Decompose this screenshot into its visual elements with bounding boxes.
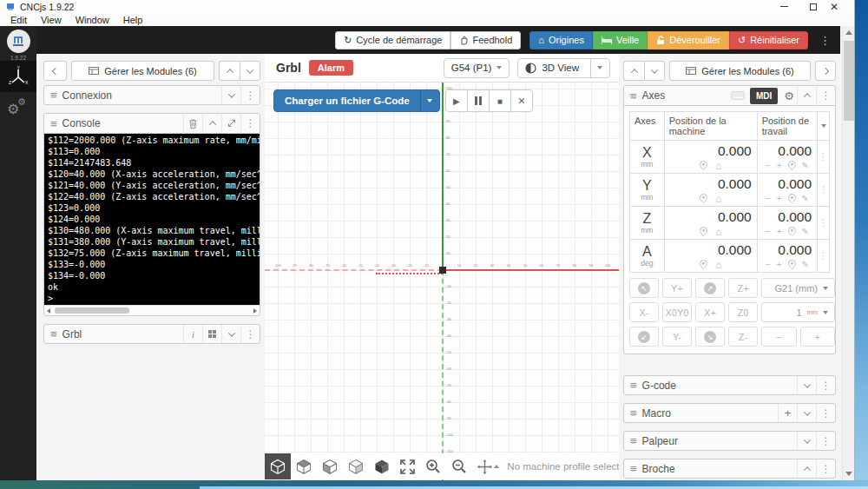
drag-handle-icon[interactable]: ≡ bbox=[50, 89, 57, 102]
sleep-button[interactable]: Veille bbox=[593, 31, 648, 50]
pin-icon[interactable] bbox=[700, 194, 707, 203]
menu-help[interactable]: Help bbox=[116, 15, 150, 25]
connection-menu-button[interactable]: ⋮ bbox=[240, 86, 260, 104]
workspace-dropdown[interactable]: G54 (P1) bbox=[444, 58, 510, 78]
edit-icon[interactable]: ✎ bbox=[802, 227, 809, 236]
home-icon[interactable]: ⌂ bbox=[716, 195, 722, 203]
app-vscrollbar[interactable] bbox=[842, 26, 854, 480]
spindle-menu-button[interactable]: ⋮ bbox=[816, 459, 835, 478]
probe-widget-header[interactable]: ≡ Palpeur ⋮ bbox=[623, 431, 836, 451]
pan-mode-dropdown[interactable] bbox=[472, 459, 503, 474]
drag-handle-icon[interactable]: ≡ bbox=[630, 406, 637, 420]
jog-z-plus-button[interactable]: Z+ bbox=[728, 278, 758, 298]
pause-button[interactable] bbox=[467, 89, 490, 112]
rail-workspace-button[interactable]: Y Z X bbox=[0, 61, 36, 92]
grbl-widget-header[interactable]: ≡ Grbl i ⋮ bbox=[43, 324, 260, 344]
console-fullscreen-button[interactable] bbox=[221, 114, 240, 133]
toolbar-menu-button[interactable]: ⋮ bbox=[817, 34, 833, 47]
drag-handle-icon[interactable]: ≡ bbox=[630, 89, 637, 102]
manage-modules-button-left[interactable]: Gérer les Modules (6) bbox=[71, 61, 214, 81]
pin-icon[interactable] bbox=[788, 194, 796, 203]
jog-x-minus-button[interactable]: X- bbox=[629, 302, 659, 322]
connection-collapse-button[interactable] bbox=[221, 86, 240, 104]
gcode-collapse-button[interactable] bbox=[797, 376, 816, 394]
menu-edit[interactable]: Edit bbox=[3, 15, 34, 25]
scroll-up-button[interactable] bbox=[843, 26, 855, 39]
minus-icon[interactable]: − bbox=[766, 260, 771, 269]
gcode-menu-button[interactable]: ⋮ bbox=[816, 376, 835, 394]
console-hscrollbar[interactable] bbox=[44, 305, 260, 315]
probe-menu-button[interactable]: ⋮ bbox=[816, 432, 835, 450]
axis-row-menu[interactable]: ⋮ bbox=[818, 141, 829, 173]
drag-handle-icon[interactable]: ≡ bbox=[50, 327, 57, 340]
minus-icon[interactable]: − bbox=[766, 194, 771, 203]
pin-icon[interactable] bbox=[788, 227, 796, 236]
spindle-widget-header[interactable]: ≡ Broche ⋮ bbox=[623, 459, 836, 479]
pin-icon[interactable] bbox=[700, 260, 707, 269]
reset-button[interactable]: ↺ Réinitialiser bbox=[729, 31, 808, 50]
axes-collapse-button[interactable] bbox=[797, 86, 816, 105]
pin-icon[interactable] bbox=[788, 161, 796, 170]
axis-row-menu[interactable]: ⋮ bbox=[818, 207, 829, 239]
move-widget-down-button[interactable] bbox=[240, 61, 260, 81]
axes-widget-header[interactable]: ≡ Axes MDI ⚙ ⋮ bbox=[624, 86, 835, 106]
view-mode-caret[interactable] bbox=[590, 59, 602, 77]
close-button[interactable]: ✕ bbox=[823, 0, 845, 13]
axes-menu-button[interactable]: ⋮ bbox=[816, 86, 835, 105]
console-widget-header[interactable]: ≡ Console ⋮ bbox=[44, 114, 260, 134]
jog-xy-zero-button[interactable]: X0Y0 bbox=[662, 302, 692, 322]
connection-widget-header[interactable]: ≡ Connexion ⋮ bbox=[43, 85, 260, 105]
keypad-icon[interactable] bbox=[731, 91, 745, 100]
home-icon[interactable]: ⌂ bbox=[716, 162, 722, 170]
minus-icon[interactable]: − bbox=[766, 227, 771, 236]
maximize-button[interactable] bbox=[802, 0, 825, 13]
jog-z-zero-button[interactable]: Z0 bbox=[728, 302, 758, 322]
console-collapse-button[interactable] bbox=[202, 114, 221, 133]
axis-row-menu[interactable]: ⋮ bbox=[818, 240, 829, 272]
scroll-down-button[interactable] bbox=[843, 467, 855, 480]
plus-icon[interactable]: + bbox=[777, 161, 782, 170]
manage-modules-button-right[interactable]: Gérer les Modules (6) bbox=[669, 61, 811, 81]
home-icon[interactable]: ⌂ bbox=[716, 261, 722, 269]
macro-widget-header[interactable]: ≡ Macro + ⋮ bbox=[623, 403, 836, 423]
hscroll-thumb[interactable] bbox=[55, 307, 129, 314]
axis-row-menu[interactable]: ⋮ bbox=[818, 174, 829, 206]
jog-xy-nw-button[interactable]: ↖ bbox=[629, 278, 659, 298]
drag-handle-icon[interactable]: ≡ bbox=[630, 462, 637, 475]
menu-view[interactable]: View bbox=[34, 15, 69, 25]
jog-y-minus-button[interactable]: Y- bbox=[662, 327, 692, 347]
view-isometric-button[interactable] bbox=[265, 453, 291, 479]
controller-state-badge[interactable]: Alarm bbox=[309, 60, 353, 76]
drag-handle-icon[interactable]: ≡ bbox=[630, 379, 637, 392]
grbl-menu-button[interactable]: ⋮ bbox=[240, 325, 260, 343]
view-front-button[interactable] bbox=[317, 453, 343, 479]
console-menu-button[interactable]: ⋮ bbox=[240, 114, 260, 133]
zoom-in-button[interactable] bbox=[420, 453, 446, 479]
zoom-out-button[interactable] bbox=[446, 453, 472, 479]
grbl-info-button[interactable]: i bbox=[183, 325, 202, 343]
run-button[interactable]: ▶ bbox=[445, 89, 468, 112]
jog-xy-ne-button[interactable]: ↗ bbox=[695, 278, 725, 298]
view-side-button[interactable] bbox=[343, 453, 369, 479]
view-mode-dropdown[interactable]: 3D View bbox=[517, 58, 610, 78]
edit-icon[interactable]: ✎ bbox=[802, 194, 809, 203]
rail-settings-button[interactable]: ⚙⚙ bbox=[0, 92, 36, 123]
unload-button[interactable]: × bbox=[510, 89, 533, 112]
view-top-button[interactable] bbox=[291, 453, 317, 479]
menu-window[interactable]: Window bbox=[69, 15, 116, 25]
plus-icon[interactable]: + bbox=[777, 194, 782, 203]
step-decrease-button[interactable]: − bbox=[761, 327, 797, 347]
grbl-collapse-button[interactable] bbox=[221, 325, 240, 343]
view-3d-button[interactable] bbox=[369, 453, 395, 479]
jog-z-minus-button[interactable]: Z- bbox=[728, 327, 758, 347]
minimize-button[interactable] bbox=[773, 0, 795, 13]
move-widget-up-button[interactable] bbox=[219, 61, 240, 81]
console-clear-button[interactable] bbox=[183, 114, 202, 133]
axes-settings-button[interactable]: ⚙ bbox=[781, 89, 797, 102]
move-widget-down-button[interactable] bbox=[644, 61, 665, 81]
stop-button[interactable]: ■ bbox=[489, 89, 511, 112]
homing-button[interactable]: ⌂ Origines bbox=[529, 31, 593, 50]
unlock-button[interactable]: Déverouiller bbox=[648, 31, 729, 50]
collapse-left-panel-button[interactable] bbox=[43, 61, 67, 81]
macro-menu-button[interactable]: ⋮ bbox=[816, 404, 835, 422]
